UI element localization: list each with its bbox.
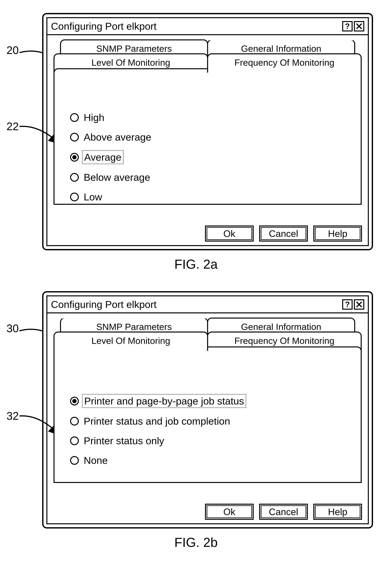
radio-icon <box>70 397 79 406</box>
help-button[interactable]: Help <box>313 225 362 242</box>
figure-2a: 20 22 Configuring Port elkport ? <box>6 13 386 272</box>
radio-icon <box>70 113 79 122</box>
cancel-button[interactable]: Cancel <box>259 225 308 242</box>
dialog-button-row: Ok Cancel Help <box>52 225 363 242</box>
radio-printer-status-only[interactable]: Printer status only <box>70 434 356 447</box>
radio-icon <box>70 193 79 201</box>
dialog-outer-frame: Configuring Port elkport ? SNMP Paramete… <box>42 13 373 250</box>
titlebar-buttons: ? <box>342 299 364 310</box>
tabs: SNMP Parameters General Information Leve… <box>54 39 362 88</box>
radio-label: Below average <box>82 171 152 184</box>
radio-average[interactable]: Average <box>70 150 356 164</box>
radio-printer-and-page-by-page[interactable]: Printer and page-by-page job status <box>70 394 356 408</box>
radio-high[interactable]: High <box>70 111 356 124</box>
figure-caption: FIG. 2b <box>6 535 386 550</box>
close-icon[interactable] <box>354 299 364 310</box>
callout-32: 32 <box>6 410 19 422</box>
radio-none[interactable]: None <box>70 454 356 467</box>
help-icon[interactable]: ? <box>342 21 352 31</box>
close-icon[interactable] <box>354 21 364 31</box>
help-icon[interactable]: ? <box>342 299 352 310</box>
dialog-inner-frame: Configuring Port elkport ? SNMP Paramete… <box>46 17 369 246</box>
radio-label: High <box>82 111 106 124</box>
radio-label: Printer and page-by-page job status <box>82 394 246 408</box>
ok-button[interactable]: Ok <box>205 504 254 520</box>
callout-30-leader <box>20 328 46 334</box>
level-radio-group: Printer and page-by-page job status Prin… <box>57 373 358 475</box>
radio-icon <box>70 456 79 465</box>
dialog-button-row: Ok Cancel Help <box>52 504 363 520</box>
callout-30: 30 <box>6 322 19 335</box>
window-title: Configuring Port elkport <box>51 299 156 310</box>
radio-above-average[interactable]: Above average <box>70 131 356 143</box>
dialog-outer-frame: Configuring Port elkport ? SNMP Paramete… <box>42 291 373 529</box>
ok-button[interactable]: Ok <box>205 225 254 242</box>
dialog-inner-frame: Configuring Port elkport ? SNMP Paramete… <box>46 295 369 524</box>
radio-label: Average <box>82 150 124 164</box>
window-title: Configuring Port elkport <box>51 20 156 32</box>
radio-icon <box>70 133 79 141</box>
radio-label: Printer status only <box>82 434 166 447</box>
tab-panel-body: Printer and page-by-page job status Prin… <box>52 366 363 499</box>
radio-label: Low <box>82 190 104 203</box>
cancel-button[interactable]: Cancel <box>259 504 308 520</box>
help-button[interactable]: Help <box>313 504 362 520</box>
radio-icon <box>70 173 79 182</box>
radio-icon <box>70 436 79 445</box>
radio-label: None <box>82 454 109 467</box>
radio-label: Printer status and job completion <box>82 415 232 428</box>
radio-label: Above average <box>82 131 153 143</box>
figure-caption: FIG. 2a <box>6 257 386 272</box>
titlebar: Configuring Port elkport ? <box>47 18 368 35</box>
tab-panel-body: High Above average Average <box>52 88 363 221</box>
dialog-content: SNMP Parameters General Information Leve… <box>47 35 368 245</box>
tab-frequency-of-monitoring[interactable]: Frequency Of Monitoring <box>207 53 362 73</box>
figure-2b: 30 32 Configuring Port elkport ? <box>6 291 386 550</box>
frequency-radio-group: High Above average Average <box>57 94 358 212</box>
titlebar: Configuring Port elkport ? <box>47 296 368 313</box>
callout-20-leader <box>20 49 46 56</box>
dialog-content: SNMP Parameters General Information Leve… <box>47 313 368 523</box>
radio-low[interactable]: Low <box>70 190 356 203</box>
radio-printer-and-job-completion[interactable]: Printer status and job completion <box>70 415 356 428</box>
radio-icon <box>70 153 79 162</box>
callout-20: 20 <box>6 44 19 56</box>
tabs: SNMP Parameters General Information Leve… <box>54 318 362 366</box>
radio-icon <box>70 417 79 426</box>
titlebar-buttons: ? <box>342 21 364 31</box>
tab-level-of-monitoring[interactable]: Level Of Monitoring <box>54 332 208 351</box>
callout-22: 22 <box>6 120 19 133</box>
radio-below-average[interactable]: Below average <box>70 171 356 184</box>
